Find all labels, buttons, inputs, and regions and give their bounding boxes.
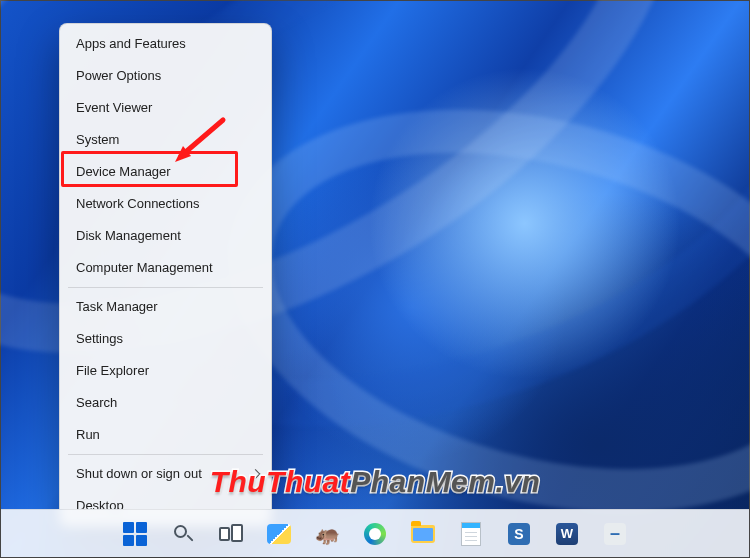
- notepad-icon: [461, 522, 481, 546]
- taskbar-word[interactable]: W: [547, 514, 587, 554]
- taskbar-task-view[interactable]: [211, 514, 251, 554]
- menu-item-network-connections[interactable]: Network Connections: [60, 188, 271, 220]
- watermark-part: .vn: [495, 465, 540, 498]
- watermark-part: PhanMem: [350, 465, 495, 498]
- menu-item-label: Power Options: [76, 68, 161, 83]
- menu-item-label: Computer Management: [76, 260, 213, 275]
- taskbar-tray-dash[interactable]: –: [595, 514, 635, 554]
- menu-item-label: Settings: [76, 331, 123, 346]
- menu-item-label: Event Viewer: [76, 100, 152, 115]
- taskbar-app-rhino[interactable]: 🦛: [307, 514, 347, 554]
- start-icon: [123, 522, 147, 546]
- menu-item-label: Disk Management: [76, 228, 181, 243]
- menu-item-run[interactable]: Run: [60, 419, 271, 451]
- winx-context-menu: Apps and FeaturesPower OptionsEvent View…: [59, 23, 272, 527]
- menu-item-system[interactable]: System: [60, 124, 271, 156]
- menu-item-settings[interactable]: Settings: [60, 323, 271, 355]
- menu-separator: [68, 287, 263, 288]
- search-icon: [172, 523, 194, 545]
- menu-item-label: Device Manager: [76, 164, 171, 179]
- taskbar-widgets[interactable]: [259, 514, 299, 554]
- menu-item-label: System: [76, 132, 119, 147]
- widgets-icon: [267, 524, 291, 544]
- menu-item-computer-management[interactable]: Computer Management: [60, 252, 271, 284]
- menu-item-label: File Explorer: [76, 363, 149, 378]
- menu-item-task-manager[interactable]: Task Manager: [60, 291, 271, 323]
- edge-icon: [364, 523, 386, 545]
- taskbar-notepad[interactable]: [451, 514, 491, 554]
- menu-item-label: Run: [76, 427, 100, 442]
- taskbar-edge[interactable]: [355, 514, 395, 554]
- watermark-part: ThuThuat: [210, 465, 351, 498]
- menu-item-label: Network Connections: [76, 196, 200, 211]
- menu-separator: [68, 454, 263, 455]
- tray-icon: –: [604, 523, 626, 545]
- taskbar-start[interactable]: [115, 514, 155, 554]
- menu-item-power-options[interactable]: Power Options: [60, 60, 271, 92]
- snagit-icon: S: [508, 523, 530, 545]
- task-view-icon: [219, 524, 243, 544]
- menu-item-label: Apps and Features: [76, 36, 186, 51]
- folder-icon: [411, 525, 435, 543]
- menu-item-device-manager[interactable]: Device Manager: [60, 156, 271, 188]
- menu-item-search[interactable]: Search: [60, 387, 271, 419]
- menu-item-event-viewer[interactable]: Event Viewer: [60, 92, 271, 124]
- taskbar-search[interactable]: [163, 514, 203, 554]
- watermark: ThuThuatPhanMem.vn: [210, 465, 541, 499]
- menu-item-label: Search: [76, 395, 117, 410]
- rhino-icon: 🦛: [315, 524, 340, 544]
- desktop: Apps and FeaturesPower OptionsEvent View…: [0, 0, 750, 558]
- menu-item-file-explorer[interactable]: File Explorer: [60, 355, 271, 387]
- menu-item-apps-and-features[interactable]: Apps and Features: [60, 28, 271, 60]
- taskbar-file-explorer[interactable]: [403, 514, 443, 554]
- menu-item-label: Shut down or sign out: [76, 466, 202, 481]
- word-icon: W: [556, 523, 578, 545]
- menu-item-disk-management[interactable]: Disk Management: [60, 220, 271, 252]
- taskbar: 🦛SW–: [1, 509, 749, 557]
- menu-item-label: Task Manager: [76, 299, 158, 314]
- taskbar-snagit[interactable]: S: [499, 514, 539, 554]
